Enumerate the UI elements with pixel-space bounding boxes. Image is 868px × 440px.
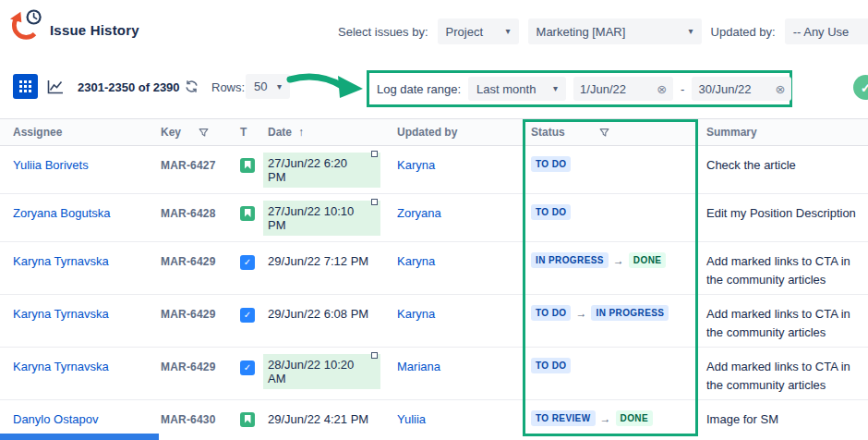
chevron-down-icon: ▾ xyxy=(689,27,693,36)
pagination-text: 2301-2350 of 2390 xyxy=(78,80,180,94)
transition-arrow-icon: → xyxy=(613,255,624,266)
assignee-link[interactable]: Zoryana Bogutska xyxy=(13,206,111,220)
refresh-icon[interactable] xyxy=(185,79,199,93)
column-header-key[interactable]: Key xyxy=(150,126,223,139)
table-row: Karyna Tyrnavska MAR-6429 29/Jun/22 7:12… xyxy=(0,242,868,295)
log-date: 29/Jun/22 7:12 PM xyxy=(268,254,368,268)
issue-type-icon xyxy=(240,308,255,323)
filter-icon[interactable] xyxy=(599,128,609,138)
table-row: Yuliia Borivets MAR-6427 27/Jun/22 6:20 … xyxy=(0,146,868,194)
updated-by-link[interactable]: Karyna xyxy=(397,254,435,268)
assignee-link[interactable]: Danylo Ostapov xyxy=(13,412,99,426)
log-date: 29/Jun/22 4:21 PM xyxy=(268,412,368,426)
range-separator: - xyxy=(681,82,684,96)
assignee-link[interactable]: Karyna Tyrnavska xyxy=(13,360,109,373)
header-controls: Select issues by: Project ▾ Marketing [M… xyxy=(338,18,868,44)
transition-arrow-icon: → xyxy=(600,413,611,424)
issue-type-icon xyxy=(240,255,255,270)
status-chip: TO REVIEW xyxy=(531,410,596,426)
log-date: 27/Jun/22 10:10 PM xyxy=(263,201,380,236)
clear-icon[interactable]: ⊗ xyxy=(776,83,786,95)
range-preset-value: Last month xyxy=(476,82,536,96)
app-header: Issue History Select issues by: Project … xyxy=(0,0,868,61)
line-chart-icon xyxy=(47,79,64,94)
issue-type-icon xyxy=(240,206,255,221)
rows-per-page-dropdown[interactable]: 50 ▾ xyxy=(246,74,290,99)
check-icon: ✓ xyxy=(861,80,868,95)
project-dropdown[interactable]: Marketing [MAR] ▾ xyxy=(528,18,702,44)
select-mode-value: Project xyxy=(446,25,483,39)
column-label: Summary xyxy=(706,126,757,139)
issue-summary: Image for SM xyxy=(706,410,778,429)
column-label: Date xyxy=(268,126,292,139)
rows-label: Rows: xyxy=(211,80,245,94)
column-header-updated-by[interactable]: Updated by xyxy=(388,126,522,139)
log-date: 29/Jun/22 6:08 PM xyxy=(268,307,368,321)
transition-arrow-icon: → xyxy=(575,308,586,319)
updated-by-label: Updated by: xyxy=(711,25,776,39)
status-chip: IN PROGRESS xyxy=(591,305,669,321)
sort-ascending-icon: ↑ xyxy=(298,126,304,139)
issue-summary: Check the article xyxy=(706,156,796,175)
updated-by-link[interactable]: Karyna xyxy=(397,158,435,172)
table-header-row: Assignee Key T Date ↑ Updated by Status … xyxy=(0,118,868,146)
column-header-status[interactable]: Status xyxy=(522,126,699,139)
assignee-link[interactable]: Yuliia Borivets xyxy=(13,158,89,172)
issue-summary: Add marked links to CTA in the community… xyxy=(706,358,861,394)
column-label: Updated by xyxy=(397,126,457,139)
issue-key: MAR-6429 xyxy=(161,255,216,268)
table-row: Karyna Tyrnavska MAR-6429 28/Jun/22 10:2… xyxy=(0,348,868,400)
range-preset-dropdown[interactable]: Last month ▾ xyxy=(468,77,566,101)
status-chip: TO DO xyxy=(531,358,571,373)
annotation-arrow xyxy=(286,70,364,102)
log-date-range-annotation-box: Log date range: Last month ▾ 1/Jun/22 ⊗ … xyxy=(367,70,792,107)
date-from-field[interactable]: 1/Jun/22 ⊗ xyxy=(573,77,673,101)
status-chip: IN PROGRESS xyxy=(531,252,609,268)
assignee-link[interactable]: Karyna Tyrnavska xyxy=(13,254,109,268)
issue-history-app: Issue History Select issues by: Project … xyxy=(0,0,868,440)
status-chip: DONE xyxy=(629,252,667,268)
issue-key: MAR-6429 xyxy=(161,361,216,373)
updated-by-link[interactable]: Mariana xyxy=(397,360,440,373)
status-chip: TO DO xyxy=(531,305,571,321)
updated-by-dropdown[interactable]: -- Any Use ▾ xyxy=(785,18,868,44)
updated-by-link[interactable]: Yuliia xyxy=(397,412,426,426)
app-logo-icon xyxy=(9,8,44,43)
column-header-summary[interactable]: Summary xyxy=(699,126,868,139)
column-header-date[interactable]: Date ↑ xyxy=(259,126,388,139)
table-row: Zoryana Bogutska MAR-6428 27/Jun/22 10:1… xyxy=(0,194,868,242)
log-date: 27/Jun/22 6:20 PM xyxy=(263,153,380,188)
column-label: Key xyxy=(161,126,181,139)
updated-by-link[interactable]: Karyna xyxy=(397,307,435,321)
date-from-value: 1/Jun/22 xyxy=(580,82,626,96)
log-date-range-label: Log date range: xyxy=(377,82,461,96)
clear-icon[interactable]: ⊗ xyxy=(657,83,667,95)
status-chip: TO DO xyxy=(531,204,571,220)
chart-view-button[interactable] xyxy=(42,74,68,99)
date-to-field[interactable]: 30/Jun/22 ⊗ xyxy=(692,77,791,101)
issue-key: MAR-6428 xyxy=(161,207,216,220)
column-header-assignee[interactable]: Assignee xyxy=(0,126,150,139)
chevron-down-icon: ▾ xyxy=(553,84,558,93)
issue-type-icon xyxy=(240,412,255,427)
chevron-down-icon: ▾ xyxy=(277,82,282,92)
grid-icon xyxy=(19,80,31,92)
updated-by-value: -- Any Use xyxy=(793,25,850,39)
column-label: Assignee xyxy=(13,126,62,139)
horizontal-scrollbar-thumb[interactable] xyxy=(0,434,159,440)
column-header-type[interactable]: T xyxy=(223,126,259,139)
apply-button[interactable]: ✓ xyxy=(853,75,868,100)
assignee-link[interactable]: Karyna Tyrnavska xyxy=(13,307,109,321)
select-mode-dropdown[interactable]: Project ▾ xyxy=(438,18,519,44)
grid-view-button[interactable] xyxy=(13,74,38,99)
filter-icon[interactable] xyxy=(199,128,209,138)
issue-key: MAR-6429 xyxy=(161,308,216,321)
updated-by-link[interactable]: Zoryana xyxy=(397,206,441,220)
issue-type-icon xyxy=(240,158,255,173)
issue-key: MAR-6430 xyxy=(161,413,216,426)
table-row: Karyna Tyrnavska MAR-6429 29/Jun/22 6:08… xyxy=(0,295,868,348)
date-to-value: 30/Jun/22 xyxy=(698,82,751,96)
issue-summary: Edit my Position Description xyxy=(706,204,856,223)
select-issues-by-label: Select issues by: xyxy=(338,25,428,39)
status-chip: TO DO xyxy=(531,156,571,172)
